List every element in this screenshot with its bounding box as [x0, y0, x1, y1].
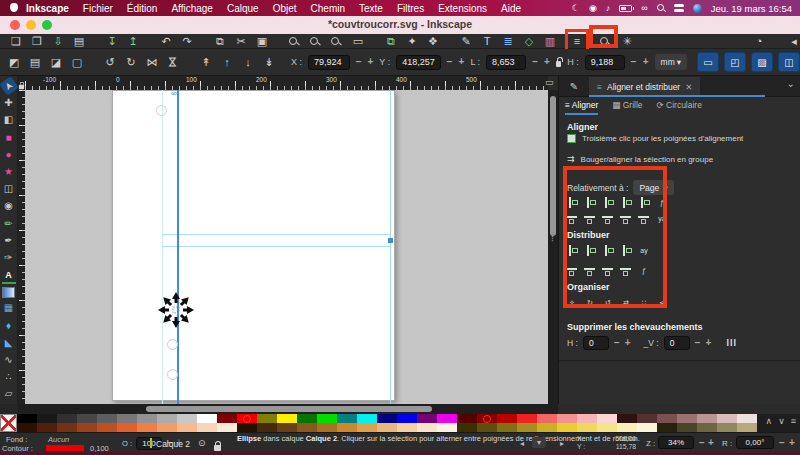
- save-icon[interactable]: ⇩: [52, 35, 64, 47]
- spray-tool[interactable]: ∴: [2, 370, 16, 384]
- layer-lock-icon[interactable]: [214, 445, 221, 451]
- undo-icon[interactable]: ↶: [160, 35, 172, 47]
- open-document-icon[interactable]: ❐: [31, 35, 43, 47]
- align-distribute-dialog-icon[interactable]: ≡: [571, 35, 583, 47]
- selected-guide[interactable]: [177, 90, 179, 404]
- zoom-drawing-icon[interactable]: [310, 37, 322, 46]
- palette-swatch[interactable]: [117, 414, 137, 423]
- distribute-text-horizontal-button[interactable]: ay: [637, 244, 651, 257]
- palette-swatch[interactable]: [457, 423, 477, 432]
- text-tool[interactable]: A: [2, 268, 16, 284]
- layers-dialog-icon[interactable]: ≣: [502, 35, 514, 47]
- selector-tool[interactable]: ➤: [0, 76, 18, 95]
- align-distribute-tab[interactable]: ≡ Aligner et distribuer ✕: [589, 77, 700, 96]
- palette-swatch[interactable]: [237, 414, 257, 423]
- h-gap-minus-button[interactable]: −: [614, 338, 620, 348]
- relative-to-dropdown[interactable]: Page ▾: [633, 180, 673, 195]
- menu-calque[interactable]: Calque: [227, 3, 259, 14]
- raise-icon[interactable]: ↑: [221, 56, 233, 68]
- palette-swatch[interactable]: [277, 423, 297, 432]
- align-handles-hint[interactable]: Troisième clic pour les poignées d'align…: [567, 134, 743, 143]
- palette-swatch[interactable]: [97, 423, 117, 432]
- snap-toggle-icon[interactable]: ◔: [753, 35, 765, 47]
- message-dropdown-button[interactable]: ▾: [532, 437, 546, 448]
- copy-icon[interactable]: ⧉: [214, 35, 226, 47]
- v-gap-minus-button[interactable]: −: [695, 338, 701, 348]
- horizontal-ruler[interactable]: -1000100200300400500: [25, 76, 548, 91]
- align-top-edges-button[interactable]: [583, 212, 597, 225]
- collapse-toolbar-icon[interactable]: ◂: [788, 35, 800, 47]
- align-bottom-anchor-button[interactable]: [637, 212, 651, 225]
- distribute-centers-horizontal-button[interactable]: [583, 244, 597, 257]
- align-right-edges-button[interactable]: [619, 196, 633, 209]
- lock-ratio-icon[interactable]: [556, 61, 561, 67]
- zoom-minus-button[interactable]: −: [699, 438, 705, 448]
- palette-swatch[interactable]: [257, 414, 277, 423]
- star-tool[interactable]: ★: [2, 165, 16, 179]
- align-left-edges-button[interactable]: [583, 196, 597, 209]
- exchange-clockwise-button[interactable]: ⇄: [619, 296, 633, 309]
- palette-swatch[interactable]: [637, 414, 657, 423]
- margin-guide-left[interactable]: [162, 90, 163, 404]
- width-plus-button[interactable]: +: [544, 57, 550, 67]
- menu-chemin[interactable]: Chemin: [311, 3, 345, 14]
- scale-gradient-toggle[interactable]: ▨: [751, 52, 773, 72]
- zoom-page-width-icon[interactable]: ▭: [352, 35, 364, 47]
- y-minus-button[interactable]: −: [447, 57, 453, 67]
- palette-swatch[interactable]: [637, 423, 657, 432]
- eraser-tool[interactable]: ▱: [2, 387, 16, 401]
- palette-swatch[interactable]: [17, 423, 37, 432]
- vertical-scrollbar-thumb[interactable]: [550, 96, 556, 236]
- palette-swatch[interactable]: [397, 414, 417, 423]
- no-color-swatch[interactable]: [0, 414, 17, 432]
- horizontal-scrollbar[interactable]: [18, 404, 558, 414]
- palette-swatch[interactable]: [597, 414, 617, 423]
- height-plus-button[interactable]: +: [643, 57, 649, 67]
- align-right-anchor-button[interactable]: [637, 196, 651, 209]
- move-as-group-hint[interactable]: ⇉ Bouger/aligner la sélection en groupe: [567, 154, 713, 164]
- new-document-icon[interactable]: ❏: [10, 35, 22, 47]
- palette-swatch[interactable]: [377, 423, 397, 432]
- palette-swatch[interactable]: [677, 423, 697, 432]
- panel-resize-handle[interactable]: ⁝⁝: [551, 232, 557, 240]
- palette-swatch[interactable]: [417, 423, 437, 432]
- dropper-tool[interactable]: ♦: [2, 319, 16, 333]
- guide-lock-icon[interactable]: [19, 85, 24, 90]
- palette-swatch[interactable]: [397, 423, 417, 432]
- palette-swatch[interactable]: [217, 423, 237, 432]
- palette-swatch[interactable]: [417, 414, 437, 423]
- palette-swatch[interactable]: [157, 414, 177, 423]
- width-input[interactable]: 8,653: [486, 55, 526, 70]
- scale-corners-toggle[interactable]: ◰: [724, 52, 746, 72]
- palette-swatch[interactable]: [697, 423, 717, 432]
- pencil-tool[interactable]: ✏: [2, 217, 16, 231]
- lower-to-bottom-icon[interactable]: ↡: [263, 56, 275, 68]
- rotation-input[interactable]: 0,00°: [736, 436, 774, 449]
- align-bottom-edges-button[interactable]: [619, 212, 633, 225]
- rotation-plus-button[interactable]: +: [789, 438, 795, 448]
- palette-swatch[interactable]: [157, 423, 177, 432]
- display-icon[interactable]: ▭: [545, 77, 554, 87]
- panel-collapse-chevron-icon[interactable]: ⌄: [787, 78, 795, 89]
- hotspot-icon[interactable]: ∞: [641, 3, 647, 13]
- gradient-tool[interactable]: [2, 287, 15, 298]
- exchange-selection-order-button[interactable]: ↻: [583, 296, 597, 309]
- palette-swatch[interactable]: [657, 423, 677, 432]
- align-left-anchor-button[interactable]: [565, 196, 579, 209]
- rotate-ccw-icon[interactable]: ↺: [104, 56, 116, 68]
- align-text-vertical-button[interactable]: ya: [655, 212, 669, 225]
- ellipse-tool[interactable]: ●: [2, 148, 16, 162]
- guide-anchor-icon[interactable]: ∞: [171, 90, 177, 98]
- palette-swatch[interactable]: [617, 423, 637, 432]
- menu-extensions[interactable]: Extensions: [438, 3, 487, 14]
- width-minus-button[interactable]: −: [532, 57, 538, 67]
- palette-scroll-down-icon[interactable]: ∨: [778, 416, 785, 426]
- sound-muted-icon[interactable]: ♪: [606, 3, 611, 13]
- y-plus-button[interactable]: +: [459, 57, 465, 67]
- menu-bar-clock[interactable]: Jeu. 19 mars 16:54: [711, 3, 792, 14]
- palette-swatch[interactable]: [197, 414, 217, 423]
- distribute-equal-gaps-vertical-button[interactable]: [619, 264, 633, 277]
- palette-swatch[interactable]: [717, 423, 737, 432]
- palette-swatch[interactable]: [497, 423, 517, 432]
- lower-icon[interactable]: ↓: [242, 56, 254, 68]
